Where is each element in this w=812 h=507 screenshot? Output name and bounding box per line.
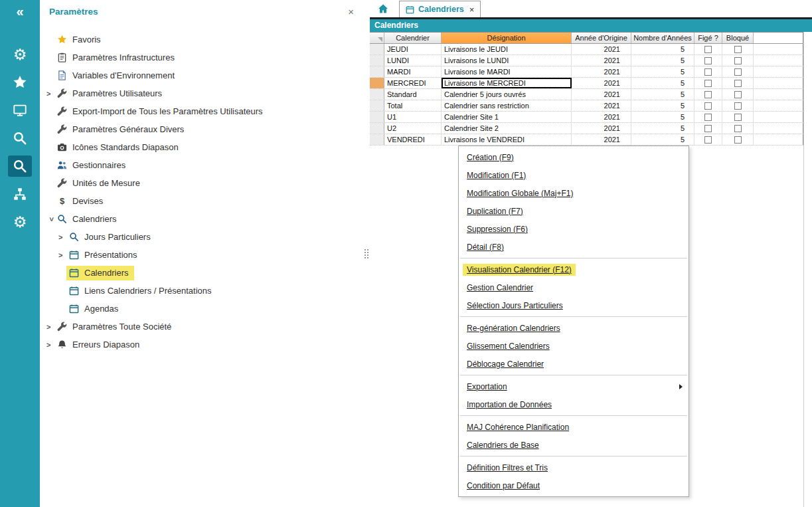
table-row[interactable]: JEUDI Livraisons le JEUDI 2021 5 xyxy=(370,44,803,55)
cell-fige[interactable] xyxy=(694,100,722,111)
table-row-selected[interactable]: MERCREDI Livraisons le MERCREDI 2021 5 xyxy=(370,78,803,89)
menu-item-modification[interactable]: Modification (F1) xyxy=(459,166,689,184)
cell-nombre[interactable]: 5 xyxy=(631,66,694,77)
menu-item-gestion-calendrier[interactable]: Gestion Calendrier xyxy=(459,278,689,296)
cell-annee[interactable]: 2021 xyxy=(572,66,631,77)
cell-nombre[interactable]: 5 xyxy=(631,78,694,88)
cell-nombre[interactable]: 5 xyxy=(631,55,694,66)
column-header-designation[interactable]: Désignation xyxy=(442,33,572,43)
cell-bloque[interactable] xyxy=(722,89,754,100)
cell-bloque[interactable] xyxy=(722,112,754,122)
menu-item-selection-jours-particuliers[interactable]: Sélection Jours Particuliers xyxy=(459,296,689,314)
checkbox-fige[interactable] xyxy=(704,57,712,64)
row-selector[interactable] xyxy=(370,89,384,100)
cell-fige[interactable] xyxy=(694,112,722,122)
checkbox-fige[interactable] xyxy=(704,80,712,87)
close-panel-icon[interactable]: × xyxy=(348,6,354,17)
cell-annee[interactable]: 2021 xyxy=(572,78,631,88)
cell-fige[interactable] xyxy=(694,134,722,145)
tree-item-parametres-utilisateurs[interactable]: > Paramètres Utilisateurs xyxy=(40,84,363,102)
row-selector[interactable] xyxy=(370,123,384,134)
table-row[interactable]: MARDI Livraisons le MARDI 2021 5 xyxy=(370,66,803,78)
table-row[interactable]: VENDREDI Livraisons le VENDREDI 2021 5 xyxy=(370,134,803,146)
checkbox-bloque[interactable] xyxy=(734,57,742,64)
row-selector[interactable] xyxy=(370,100,384,111)
menu-item-definition-filtres-et-tris[interactable]: Définition Filtres et Tris xyxy=(459,458,689,476)
tree-item-calendriers[interactable]: Calendriers xyxy=(40,264,363,282)
chevron-right-icon[interactable]: > xyxy=(46,323,56,331)
menu-item-condition-par-defaut[interactable]: Condition par Défaut xyxy=(459,476,689,494)
tree-item-devises[interactable]: $ Devises xyxy=(40,192,363,210)
checkbox-bloque[interactable] xyxy=(734,68,742,76)
cell-bloque[interactable] xyxy=(722,123,754,134)
cell-nombre[interactable]: 5 xyxy=(631,100,694,111)
tree-item-parametres-toute-societe[interactable]: > Paramètres Toute Société xyxy=(40,318,363,336)
cell-bloque[interactable] xyxy=(722,44,754,54)
select-all-corner[interactable] xyxy=(370,33,384,43)
menu-item-importation-de-donnees[interactable]: Importation de Données xyxy=(459,395,689,413)
cell-designation[interactable]: Calendrier 5 jours ouvrés xyxy=(442,89,572,100)
tree-item-liens-calendriers-presentations[interactable]: Liens Calendriers / Présentations xyxy=(40,282,363,300)
table-row[interactable]: Total Calendrier sans restriction 2021 5 xyxy=(370,100,803,112)
tree-item-gestionnaires[interactable]: Gestionnaires xyxy=(40,156,363,174)
checkbox-bloque[interactable] xyxy=(734,46,742,53)
checkbox-fige[interactable] xyxy=(704,136,712,144)
checkbox-bloque[interactable] xyxy=(734,125,742,132)
chevron-right-icon[interactable]: > xyxy=(46,90,56,98)
cell-nombre[interactable]: 5 xyxy=(631,44,694,54)
checkbox-fige[interactable] xyxy=(704,102,712,110)
cell-fige[interactable] xyxy=(694,44,722,54)
checkbox-bloque[interactable] xyxy=(734,102,742,110)
column-header-annee-origine[interactable]: Année d'Origine xyxy=(572,33,631,43)
checkbox-bloque[interactable] xyxy=(734,91,742,98)
tree-item-erreurs-diapason[interactable]: > Erreurs Diapason xyxy=(40,336,363,354)
cell-fige[interactable] xyxy=(694,89,722,100)
checkbox-bloque[interactable] xyxy=(734,114,742,121)
menu-item-suppression[interactable]: Suppression (F6) xyxy=(459,220,689,238)
tree-item-variables-environnement[interactable]: Variables d'Environnement xyxy=(40,66,363,84)
chevron-down-icon[interactable]: > xyxy=(48,214,56,224)
cell-calendrier[interactable]: JEUDI xyxy=(384,44,442,54)
row-selector[interactable] xyxy=(370,66,384,77)
row-selector[interactable] xyxy=(370,134,384,145)
cell-nombre[interactable]: 5 xyxy=(631,89,694,100)
cell-bloque[interactable] xyxy=(722,78,754,88)
cell-designation[interactable]: Calendrier sans restriction xyxy=(442,100,572,111)
cell-annee[interactable]: 2021 xyxy=(572,55,631,66)
star-icon[interactable] xyxy=(8,72,32,93)
monitor-icon[interactable] xyxy=(8,100,32,121)
vertical-scrollbar[interactable] xyxy=(803,32,812,507)
tree-item-parametres-generaux-divers[interactable]: Paramètres Généraux Divers xyxy=(40,120,363,138)
table-row[interactable]: U2 Calendrier Site 2 2021 5 xyxy=(370,123,803,134)
cell-annee[interactable]: 2021 xyxy=(572,112,631,122)
tree-item-export-import[interactable]: Export-Import de Tous les Paramètres Uti… xyxy=(40,102,363,120)
menu-item-detail[interactable]: Détail (F8) xyxy=(459,238,689,256)
cell-fige[interactable] xyxy=(694,78,722,88)
cell-bloque[interactable] xyxy=(722,66,754,77)
cell-bloque[interactable] xyxy=(722,134,754,145)
cell-fige[interactable] xyxy=(694,123,722,134)
cell-calendrier[interactable]: Total xyxy=(384,100,442,111)
tree-item-icones-standards-diapason[interactable]: Icônes Standards Diapason xyxy=(40,138,363,156)
tree-item-jours-particuliers[interactable]: > Jours Particuliers xyxy=(40,228,363,246)
table-row[interactable]: U1 Calendrier Site 1 2021 5 xyxy=(370,112,803,123)
checkbox-fige[interactable] xyxy=(704,125,712,132)
cell-calendrier[interactable]: MERCREDI xyxy=(384,78,442,88)
search-active-icon[interactable] xyxy=(8,155,32,177)
cell-bloque[interactable] xyxy=(722,55,754,66)
cell-calendrier[interactable]: VENDREDI xyxy=(384,134,442,145)
menu-item-modification-globale[interactable]: Modification Globale (Maj+F1) xyxy=(459,184,689,202)
menu-item-duplication[interactable]: Duplication (F7) xyxy=(459,202,689,220)
cell-nombre[interactable]: 5 xyxy=(631,112,694,122)
cell-nombre[interactable]: 5 xyxy=(631,123,694,134)
column-header-nombre-annees[interactable]: Nombre d'Années xyxy=(631,33,694,43)
sitemap-icon[interactable] xyxy=(8,183,32,205)
checkbox-fige[interactable] xyxy=(704,91,712,98)
checkbox-fige[interactable] xyxy=(704,114,712,121)
table-row[interactable]: LUNDI Livraisons le LUNDI 2021 5 xyxy=(370,55,803,66)
menu-item-deblocage-calendrier[interactable]: Déblocage Calendrier xyxy=(459,355,689,373)
close-tab-icon[interactable]: × xyxy=(469,5,475,15)
row-selector[interactable] xyxy=(370,44,384,54)
chevron-right-icon[interactable]: > xyxy=(58,251,68,259)
gear-icon[interactable]: ⚙ xyxy=(8,44,32,65)
